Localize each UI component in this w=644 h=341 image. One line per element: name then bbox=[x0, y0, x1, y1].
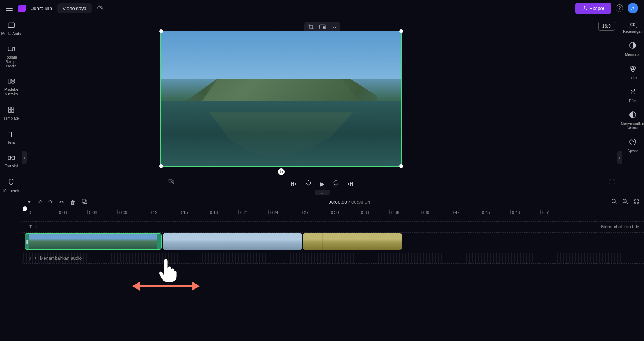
sidebar-item-brandkit[interactable]: Kit merek bbox=[0, 177, 22, 195]
sidebar-item-media[interactable]: Media Anda bbox=[0, 20, 22, 38]
brandkit-icon bbox=[8, 178, 15, 187]
top-bar: Juara klip Video saya Ekspor ? A bbox=[0, 0, 644, 16]
fullscreen-icon[interactable] bbox=[609, 179, 615, 186]
export-label: Ekspor bbox=[590, 6, 604, 11]
resize-handle-br[interactable] bbox=[399, 164, 403, 168]
captions-icon: CC bbox=[629, 22, 637, 28]
svg-line-28 bbox=[626, 202, 628, 204]
video-canvas[interactable]: ↻ bbox=[160, 31, 402, 167]
timeline-toolbar: ✦ ↶ ↷ ✂ 🗑 00:00.00 / 00:38.04 bbox=[22, 195, 644, 209]
forward-icon[interactable] bbox=[333, 180, 339, 188]
right-item-captions[interactable]: CC Keterangan bbox=[623, 22, 643, 34]
text-icon: T bbox=[9, 130, 13, 139]
ruler-tick: 0:45 bbox=[480, 210, 490, 214]
right-label: Memudar bbox=[625, 53, 641, 57]
timeline-ruler[interactable]: 00:030:060:090:120:150:180:210:240:270:3… bbox=[25, 209, 644, 218]
pip-icon[interactable] bbox=[319, 24, 326, 31]
duplicate-icon[interactable] bbox=[82, 199, 87, 205]
right-item-filter[interactable]: Filter bbox=[629, 65, 637, 80]
sidebar-label: Transisi bbox=[5, 164, 18, 168]
ruler-tick: 0:33 bbox=[359, 210, 369, 214]
svg-rect-23 bbox=[82, 199, 85, 202]
cloud-sync-icon[interactable] bbox=[97, 5, 104, 12]
effects-icon bbox=[629, 88, 637, 97]
svg-rect-6 bbox=[12, 82, 15, 83]
svg-rect-9 bbox=[9, 110, 11, 112]
right-label: Keterangan bbox=[623, 29, 643, 34]
ruler-tick: 0:06 bbox=[87, 210, 97, 214]
sidebar-item-template[interactable]: Template bbox=[0, 105, 22, 122]
duration: 00:38.04 bbox=[351, 199, 370, 205]
resize-handle-tr[interactable] bbox=[399, 29, 403, 33]
sparkle-icon[interactable]: ✦ bbox=[27, 199, 32, 205]
avatar[interactable]: A bbox=[628, 3, 638, 13]
skip-end-icon[interactable]: ⏭ bbox=[348, 180, 354, 187]
sidebar-label: Template bbox=[4, 116, 19, 121]
ruler-tick: 0:27 bbox=[299, 210, 308, 214]
topbar-right: Ekspor ? A bbox=[575, 3, 638, 14]
redo-icon[interactable]: ↷ bbox=[48, 199, 53, 205]
crop-icon[interactable] bbox=[308, 24, 314, 31]
right-item-color[interactable]: Menyesuaikan Warna bbox=[621, 111, 644, 130]
app-logo bbox=[17, 5, 26, 12]
media-icon bbox=[7, 22, 15, 30]
video-track: ∥ ∥ bbox=[25, 233, 644, 251]
audio-track-row[interactable]: ♪ + Menambahkan audio bbox=[22, 253, 644, 264]
rotate-handle[interactable]: ↻ bbox=[278, 168, 285, 175]
fit-timeline-icon[interactable] bbox=[634, 199, 640, 206]
video-clip-2[interactable] bbox=[163, 233, 302, 250]
split-icon[interactable]: ✂ bbox=[59, 199, 64, 205]
preview-area: ⋯ 16:9 ↻ ⏮ ▶ ⏭ bbox=[22, 16, 622, 192]
clip-trim-left[interactable]: ∥ bbox=[26, 239, 28, 244]
undo-icon[interactable]: ↶ bbox=[38, 199, 43, 205]
ruler-tick: 0:36 bbox=[389, 210, 399, 214]
export-button[interactable]: Ekspor bbox=[575, 3, 611, 14]
zoom-out-icon[interactable] bbox=[611, 199, 617, 206]
topbar-left: Juara klip Video saya bbox=[6, 3, 104, 13]
resize-handle-bl[interactable] bbox=[159, 164, 163, 168]
add-text-label: Menambahkan teks bbox=[601, 224, 640, 230]
playback-controls: ⏮ ▶ ⏭ bbox=[22, 180, 622, 188]
menu-icon[interactable] bbox=[6, 6, 13, 11]
preview-frame bbox=[161, 31, 401, 166]
sidebar-label: Media Anda bbox=[1, 32, 21, 36]
aspect-ratio-button[interactable]: 16:9 bbox=[598, 22, 615, 31]
delete-icon[interactable]: 🗑 bbox=[70, 199, 76, 205]
speed-icon bbox=[629, 138, 637, 148]
sidebar-item-transition[interactable]: Transisi bbox=[0, 153, 22, 170]
zoom-in-icon[interactable] bbox=[622, 199, 628, 206]
skip-start-icon[interactable]: ⏮ bbox=[291, 180, 297, 187]
text-track-row[interactable]: T + Menambahkan teks bbox=[22, 221, 644, 233]
ruler-tick: 0 bbox=[27, 210, 31, 214]
svg-rect-3 bbox=[8, 47, 13, 51]
svg-line-25 bbox=[615, 202, 616, 204]
sidebar-item-library[interactable]: Pustaka pustaka bbox=[0, 77, 22, 98]
ruler-tick: 0:09 bbox=[117, 210, 127, 214]
plus-icon: + bbox=[35, 224, 37, 230]
ruler-tick: 0:12 bbox=[148, 210, 157, 214]
timeline-collapse-handle[interactable]: ⌄ bbox=[315, 190, 330, 195]
resize-handle-tl[interactable] bbox=[159, 29, 163, 33]
video-clip-1[interactable]: ∥ ∥ bbox=[25, 233, 162, 250]
play-button[interactable]: ▶ bbox=[320, 180, 324, 187]
right-item-effects[interactable]: Efek bbox=[629, 88, 637, 103]
help-icon[interactable]: ? bbox=[616, 4, 623, 12]
right-item-fade[interactable]: Memudar bbox=[625, 42, 641, 57]
template-icon bbox=[8, 106, 15, 115]
timeline-toolbar-right bbox=[611, 199, 640, 206]
sidebar-item-record[interactable]: Rekam &amp; create bbox=[0, 44, 22, 70]
right-sidebar: CC Keterangan Memudar Filter Efek Menyes… bbox=[622, 16, 644, 153]
tutorial-cursor-overlay bbox=[157, 257, 178, 285]
color-icon bbox=[629, 111, 637, 120]
sidebar-label: Pustaka pustaka bbox=[0, 88, 22, 97]
clip-trim-right[interactable]: ∥ bbox=[158, 239, 160, 244]
right-item-speed[interactable]: Speed bbox=[628, 138, 638, 153]
more-icon[interactable]: ⋯ bbox=[331, 25, 336, 31]
svg-rect-10 bbox=[12, 110, 14, 112]
sidebar-item-text[interactable]: T Teks bbox=[0, 129, 22, 146]
rewind-icon[interactable] bbox=[305, 180, 312, 188]
tab-my-video[interactable]: Video saya bbox=[57, 3, 92, 13]
playhead[interactable] bbox=[25, 209, 25, 294]
plus-icon: + bbox=[34, 256, 37, 261]
video-clip-3[interactable] bbox=[303, 233, 402, 250]
